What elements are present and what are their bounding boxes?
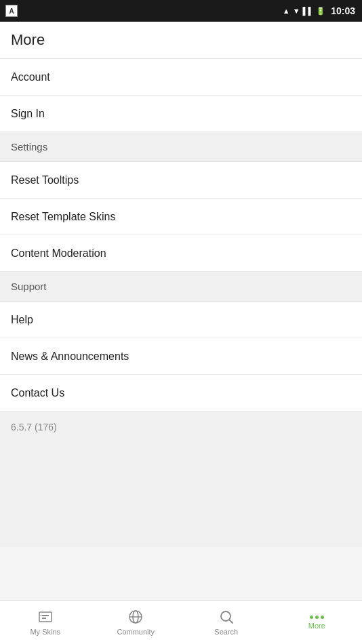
search-icon xyxy=(218,609,235,625)
section-header-support-label: Support xyxy=(11,281,47,292)
page-header: More xyxy=(0,22,362,59)
menu-item-help-label: Help xyxy=(11,314,33,326)
version-area: 6.5.7 (176) xyxy=(0,411,362,547)
svg-point-3 xyxy=(40,615,41,616)
menu-item-content-moderation-label: Content Moderation xyxy=(11,247,106,260)
nav-item-search-label: Search xyxy=(214,628,238,636)
more-icon xyxy=(310,616,324,619)
page-title: More xyxy=(11,31,45,48)
menu-item-reset-template-skins[interactable]: Reset Template Skins xyxy=(0,199,362,235)
signal-bars: ▌▌ xyxy=(303,7,314,15)
community-icon xyxy=(127,609,144,625)
wifi-icon: ▲ xyxy=(283,7,290,15)
menu-item-help[interactable]: Help xyxy=(0,302,362,338)
nav-item-my-skins-label: My Skins xyxy=(30,628,60,636)
content-area: More Account Sign In Settings Reset Tool… xyxy=(0,22,362,606)
menu-item-sign-in-label: Sign In xyxy=(11,108,45,120)
battery-icon: 🔋 xyxy=(316,7,325,16)
status-time: 10:03 xyxy=(331,5,355,16)
nav-item-my-skins[interactable]: My Skins xyxy=(0,603,91,641)
svg-line-9 xyxy=(229,620,233,624)
svg-rect-2 xyxy=(42,618,46,619)
menu-item-news-announcements[interactable]: News & Announcements xyxy=(0,338,362,375)
menu-item-content-moderation[interactable]: Content Moderation xyxy=(0,235,362,272)
svg-rect-1 xyxy=(42,615,49,616)
nav-item-search[interactable]: Search xyxy=(181,603,272,641)
bottom-nav: My Skins Community Search More xyxy=(0,600,362,644)
menu-list: Account Sign In Settings Reset Tooltips … xyxy=(0,59,362,606)
status-bar-left: A xyxy=(5,5,18,17)
status-bar-right: ▲ ▼ ▌▌ 🔋 10:03 xyxy=(283,5,355,16)
nav-item-community[interactable]: Community xyxy=(91,603,182,641)
menu-item-contact-us[interactable]: Contact Us xyxy=(0,375,362,411)
menu-item-reset-tooltips-label: Reset Tooltips xyxy=(11,174,79,186)
nav-item-more-label: More xyxy=(308,622,325,630)
svg-rect-0 xyxy=(39,612,52,622)
menu-item-reset-template-skins-label: Reset Template Skins xyxy=(11,211,115,223)
section-header-settings-label: Settings xyxy=(11,141,47,153)
section-header-settings: Settings xyxy=(0,132,362,162)
nav-item-community-label: Community xyxy=(117,628,155,636)
app-icon: A xyxy=(5,5,18,17)
menu-item-account[interactable]: Account xyxy=(0,59,362,96)
menu-item-reset-tooltips[interactable]: Reset Tooltips xyxy=(0,162,362,199)
section-header-support: Support xyxy=(0,272,362,302)
menu-item-account-label: Account xyxy=(11,71,50,83)
menu-item-contact-us-label: Contact Us xyxy=(11,387,64,399)
menu-item-news-announcements-label: News & Announcements xyxy=(11,350,129,363)
nav-item-more[interactable]: More xyxy=(272,610,363,635)
version-text: 6.5.7 (176) xyxy=(11,422,57,432)
menu-item-sign-in[interactable]: Sign In xyxy=(0,96,362,132)
signal-icon: ▼ xyxy=(293,7,300,15)
status-bar: A ▲ ▼ ▌▌ 🔋 10:03 xyxy=(0,0,362,22)
my-skins-icon xyxy=(37,609,54,625)
